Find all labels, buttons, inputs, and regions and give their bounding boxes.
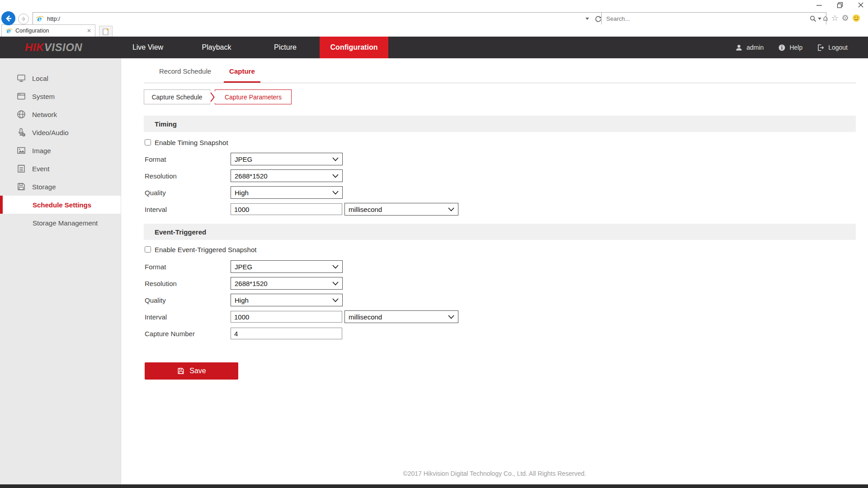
new-tab-page-icon [102,28,109,36]
site-header: HIKVISION Live View Playback Picture Con… [0,37,868,58]
sidebar-item-system[interactable]: System [0,87,121,105]
forward-arrow-icon [20,15,27,23]
header-right: admin Help Logout [735,37,848,58]
search-icon [810,15,816,22]
system-window-icon [16,91,26,101]
chevron-down-icon [332,282,339,286]
sidebar-item-label: Image [32,147,51,155]
sidebar-item-label: Storage [32,183,56,191]
sidebar-item-local[interactable]: Local [0,69,121,87]
event-interval-unit-select[interactable]: millisecond [344,310,458,323]
event-resolution-select[interactable]: 2688*1520 [231,277,343,290]
chevron-down-icon [448,207,454,211]
quality-label: Quality [144,189,231,197]
tab-close-button[interactable]: ✕ [87,28,91,34]
subtab-capture-schedule[interactable]: Capture Schedule [144,89,210,104]
sidebar-item-video-audio[interactable]: Video/Audio [0,123,121,141]
ie-icon: e [5,28,12,34]
address-bar[interactable]: e [33,12,605,25]
help-button[interactable]: Help [778,44,802,52]
tab-capture[interactable]: Capture [224,67,260,83]
nav-configuration[interactable]: Configuration [320,37,388,58]
chevron-down-icon [332,265,339,269]
event-interval-input[interactable] [231,311,342,323]
window-controls [816,1,864,9]
format-label: Format [144,155,231,163]
logo-hik: HIK [25,41,44,54]
search-input[interactable] [605,15,809,23]
chevron-down-icon [332,174,339,178]
enable-event-triggered-snapshot-row: Enable Event-Triggered Snapshot [144,245,856,253]
sidebar-item-network[interactable]: Network [0,105,121,123]
search-button[interactable] [809,15,822,22]
enable-timing-snapshot-row: Enable Timing Snapshot [144,138,856,146]
browser-tab-configuration[interactable]: e Configuration ✕ [1,24,95,37]
timing-interval-row: Interval millisecond [144,203,856,216]
favorites-star-button[interactable]: ☆ [831,14,838,22]
timing-interval-input[interactable] [231,203,342,215]
enable-event-triggered-snapshot-checkbox[interactable] [145,246,151,253]
event-interval-row: Interval millisecond [144,310,856,323]
subtab-capture-parameters[interactable]: Capture Parameters [215,89,292,104]
sidebar-item-label: Network [32,111,57,118]
event-format-select[interactable]: JPEG [231,260,343,273]
quality-label: Quality [144,296,231,304]
resolution-label: Resolution [144,280,231,287]
tab-record-schedule[interactable]: Record Schedule [158,67,212,83]
timing-format-select[interactable]: JPEG [231,153,343,165]
event-format-row: Format JPEG [144,260,856,273]
event-quality-row: Quality High [144,294,856,306]
feedback-smiley-button[interactable] [852,14,860,22]
chevron-down-icon [332,298,339,302]
logout-icon [817,44,825,52]
chevron-down-icon [585,18,589,20]
minimize-button[interactable] [816,1,823,9]
timing-resolution-select[interactable]: 2688*1520 [231,169,343,182]
capture-number-input[interactable] [231,328,342,339]
nav-live-view[interactable]: Live View [113,37,182,58]
save-button[interactable]: Save [145,362,238,380]
breadcrumb-chevron-icon [209,91,216,103]
sidebar-item-storage-management[interactable]: Storage Management [0,214,121,232]
timing-quality-select[interactable]: High [231,186,343,199]
home-button[interactable]: ⌂ [823,14,828,22]
back-button[interactable] [1,11,15,25]
settings-gear-button[interactable]: ⚙ [842,14,849,22]
help-label: Help [789,44,802,51]
url-dropdown-button[interactable] [585,15,590,22]
main-content: Record Schedule Capture Capture Schedule… [121,58,868,484]
timing-section-title: Timing [155,120,177,128]
hikvision-logo: HIKVISION [25,37,82,58]
new-tab-button[interactable] [99,26,113,37]
hikvision-configuration-page: e ⌂ ☆ ⚙ e Configurati [0,0,868,488]
sidebar-item-event[interactable]: Event [0,160,121,178]
sidebar-item-image[interactable]: Image [0,141,121,160]
enable-timing-snapshot-checkbox[interactable] [145,139,151,145]
nav-playback[interactable]: Playback [182,37,251,58]
save-label: Save [189,367,206,375]
sidebar-item-schedule-settings[interactable]: Schedule Settings [0,196,121,214]
refresh-button[interactable] [594,15,602,22]
user-admin[interactable]: admin [735,44,764,52]
forward-button[interactable] [18,14,29,24]
capture-number-row: Capture Number [144,327,856,340]
restore-button[interactable] [836,1,844,9]
event-quality-select[interactable]: High [231,294,343,306]
timing-format-row: Format JPEG [144,153,856,165]
browser-toolbar-icons: ⌂ ☆ ⚙ [823,12,860,24]
main-nav: Live View Playback Picture Configuration [113,37,388,58]
nav-picture[interactable]: Picture [251,37,320,58]
enable-timing-snapshot-label: Enable Timing Snapshot [155,139,228,146]
timing-quality-row: Quality High [144,186,856,199]
chevron-down-icon [448,315,454,319]
sidebar-item-storage[interactable]: Storage [0,178,121,196]
timing-interval-unit-select[interactable]: millisecond [344,203,458,216]
user-label: admin [746,44,764,51]
close-button[interactable] [857,1,864,9]
url-input[interactable] [46,15,585,23]
logo-vision: VISION [44,41,82,54]
content-tabs: Record Schedule Capture [144,58,856,83]
sidebar-subitem-label: Storage Management [33,219,98,227]
logout-button[interactable]: Logout [817,44,848,52]
search-box[interactable] [601,12,826,25]
